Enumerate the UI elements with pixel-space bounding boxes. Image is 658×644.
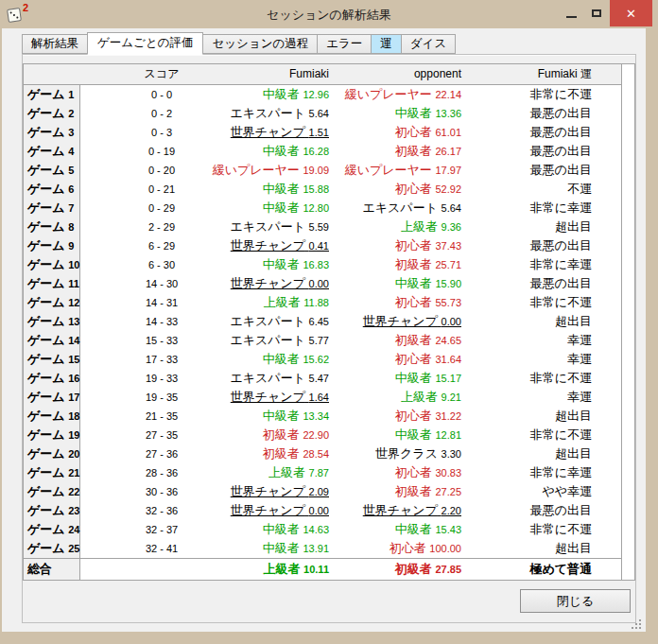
- table-row[interactable]: ゲーム 1214 - 31上級者 11.88初心者 55.73非常に不運: [24, 293, 621, 312]
- table-row[interactable]: ゲーム 30 - 3世界チャンプ 1.51初心者 61.01最悪の出目: [24, 123, 621, 142]
- table-row[interactable]: ゲーム 60 - 21中級者 15.88初心者 52.92不運: [24, 180, 621, 199]
- tab-dice[interactable]: ダイス: [401, 34, 456, 54]
- luck-cell: 非常に不運: [422, 293, 592, 312]
- game-label: ゲーム 16: [24, 369, 80, 388]
- close-window-button[interactable]: ✕: [610, 0, 652, 26]
- game-label: ゲーム 3: [24, 123, 80, 142]
- table-row[interactable]: ゲーム 1619 - 33エキスパート 5.47中級者 15.17非常に不運: [24, 369, 621, 388]
- maximize-icon: [592, 9, 601, 17]
- total-row[interactable]: 総合 上級者 10.11 初級者 27.85 極めて普通: [24, 559, 621, 580]
- table-row[interactable]: ゲーム 20 - 2エキスパート 5.64中級者 13.36最悪の出目: [24, 104, 621, 123]
- game-label: ゲーム 1: [24, 85, 80, 104]
- luck-cell: 超出目: [422, 312, 592, 331]
- table-row[interactable]: ゲーム 106 - 30中級者 16.83初級者 25.71非常に幸運: [24, 255, 621, 274]
- tab-errors[interactable]: エラー: [317, 34, 372, 54]
- game-label: ゲーム 11: [24, 274, 80, 293]
- table-row[interactable]: ゲーム 40 - 19中級者 16.28初級者 26.17最悪の出目: [24, 142, 621, 161]
- luck-cell: 不運: [422, 180, 592, 199]
- total-label: 総合: [24, 559, 80, 580]
- game-label: ゲーム 19: [24, 426, 80, 444]
- total-luck-cell: 極めて普通: [422, 559, 592, 580]
- table-row[interactable]: ゲーム 82 - 29エキスパート 5.59上級者 9.36超出目: [24, 218, 621, 236]
- table-row[interactable]: ゲーム 1314 - 33エキスパート 6.45世界チャンプ 0.00超出目: [24, 312, 621, 331]
- table-row[interactable]: ゲーム 2128 - 36上級者 7.87初心者 30.83非常に幸運: [24, 463, 621, 482]
- game-label: ゲーム 8: [24, 218, 80, 236]
- luck-cell: 非常に幸運: [422, 199, 592, 218]
- table-row[interactable]: ゲーム 1415 - 33エキスパート 5.77初級者 24.65幸運: [24, 331, 621, 350]
- column-header-luck[interactable]: Fumiaki 運: [422, 64, 592, 84]
- resize-grip[interactable]: [630, 618, 645, 633]
- game-label: ゲーム 21: [24, 463, 80, 482]
- table-body: ゲーム 10 - 0中級者 12.96緩いプレーヤー 22.14非常に不運ゲーム…: [24, 85, 621, 558]
- game-label: ゲーム 24: [24, 520, 80, 539]
- tab-luck[interactable]: 運: [371, 34, 402, 54]
- game-label: ゲーム 15: [24, 350, 80, 369]
- table-right-gutter: [622, 63, 635, 581]
- table-row[interactable]: ゲーム 1927 - 35初級者 22.90中級者 12.81非常に不運: [24, 426, 621, 444]
- luck-cell: 非常に不運: [422, 426, 592, 444]
- luck-cell: 最悪の出目: [422, 104, 592, 123]
- luck-cell: 非常に不運: [422, 520, 592, 539]
- table-row[interactable]: ゲーム 1517 - 33中級者 15.62初心者 31.64幸運: [24, 350, 621, 369]
- maximize-button[interactable]: [583, 0, 610, 26]
- table-row[interactable]: ゲーム 96 - 29世界チャンプ 0.41初心者 37.43最悪の出目: [24, 236, 621, 255]
- luck-cell: 非常に幸運: [422, 463, 592, 482]
- game-label: ゲーム 23: [24, 501, 80, 520]
- tab-analysis-results[interactable]: 解析結果: [22, 34, 88, 54]
- luck-cell: 幸運: [422, 350, 592, 369]
- window: 2 セッションの解析結果 ✕ 解析結果 ゲームごとの評価 セッションの過程 エラ…: [0, 0, 658, 644]
- minimize-button[interactable]: [559, 0, 583, 26]
- table-row[interactable]: ゲーム 10 - 0中級者 12.96緩いプレーヤー 22.14非常に不運: [24, 85, 621, 104]
- luck-cell: 超出目: [422, 444, 592, 463]
- game-label: ゲーム 18: [24, 407, 80, 426]
- luck-cell: 最悪の出目: [422, 501, 592, 520]
- game-label: ゲーム 22: [24, 482, 80, 501]
- game-label: ゲーム 6: [24, 180, 80, 199]
- game-label: ゲーム 12: [24, 293, 80, 312]
- luck-cell: 最悪の出目: [422, 123, 592, 142]
- luck-cell: 非常に不運: [422, 369, 592, 388]
- game-label: ゲーム 2: [24, 104, 80, 123]
- window-controls: ✕: [559, 0, 652, 26]
- game-label: ゲーム 17: [24, 388, 80, 407]
- table-header: スコア Fumiaki opponent Fumiaki 運: [24, 64, 621, 85]
- luck-cell: 非常に不運: [422, 85, 592, 104]
- game-label: ゲーム 5: [24, 161, 80, 180]
- game-label: ゲーム 10: [24, 255, 80, 274]
- luck-cell: 最悪の出目: [422, 161, 592, 180]
- close-icon: ✕: [626, 7, 636, 21]
- tab-bar: 解析結果 ゲームごとの評価 セッションの過程 エラー 運 ダイス: [22, 33, 456, 54]
- table-row[interactable]: ゲーム 1821 - 35中級者 13.34初心者 31.22超出目: [24, 407, 621, 426]
- game-label: ゲーム 25: [24, 539, 80, 558]
- table-row[interactable]: ゲーム 2432 - 37中級者 14.63中級者 15.43非常に不運: [24, 520, 621, 539]
- luck-cell: 最悪の出目: [422, 236, 592, 255]
- tab-session-progress[interactable]: セッションの過程: [202, 34, 318, 54]
- luck-cell: 幸運: [422, 388, 592, 407]
- titlebar[interactable]: 2 セッションの解析結果 ✕: [0, 0, 658, 28]
- table-row[interactable]: ゲーム 2532 - 41中級者 13.91初心者 100.00超出目: [24, 539, 621, 558]
- luck-cell: 幸運: [422, 331, 592, 350]
- table-row[interactable]: ゲーム 1114 - 30世界チャンプ 0.00中級者 15.90最悪の出目: [24, 274, 621, 293]
- game-label: ゲーム 13: [24, 312, 80, 331]
- game-label: ゲーム 14: [24, 331, 80, 350]
- close-dialog-button[interactable]: 閉じる: [520, 589, 631, 613]
- game-label: ゲーム 7: [24, 199, 80, 218]
- luck-cell: 超出目: [422, 407, 592, 426]
- luck-cell: 最悪の出目: [422, 274, 592, 293]
- luck-cell: 最悪の出目: [422, 142, 592, 161]
- tab-per-game-evaluation[interactable]: ゲームごとの評価: [87, 32, 203, 55]
- luck-cell: 超出目: [422, 539, 592, 558]
- game-label: ゲーム 20: [24, 444, 80, 463]
- luck-cell: 非常に幸運: [422, 255, 592, 274]
- table-row[interactable]: ゲーム 2332 - 36世界チャンプ 0.00世界チャンプ 2.20最悪の出目: [24, 501, 621, 520]
- minimize-icon: [566, 16, 577, 18]
- table-row[interactable]: ゲーム 70 - 29中級者 12.80エキスパート 5.64非常に幸運: [24, 199, 621, 218]
- table-row[interactable]: ゲーム 50 - 20緩いプレーヤー 19.09緩いプレーヤー 17.97最悪の…: [24, 161, 621, 180]
- table-row[interactable]: ゲーム 1719 - 35世界チャンプ 1.64上級者 9.21幸運: [24, 388, 621, 407]
- game-label: ゲーム 9: [24, 236, 80, 255]
- table-row[interactable]: ゲーム 2230 - 36世界チャンプ 2.09初級者 27.25やや幸運: [24, 482, 621, 501]
- table-row[interactable]: ゲーム 2027 - 36初級者 28.54世界クラス 3.30超出目: [24, 444, 621, 463]
- luck-cell: やや幸運: [422, 482, 592, 501]
- results-table: スコア Fumiaki opponent Fumiaki 運 ゲーム 10 - …: [23, 63, 622, 581]
- luck-cell: 超出目: [422, 218, 592, 236]
